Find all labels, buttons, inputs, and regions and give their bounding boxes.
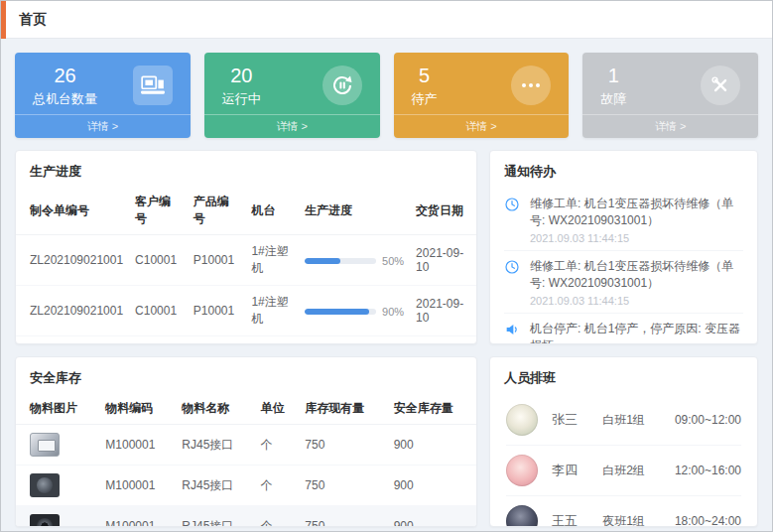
staff-name: 李四 [552,462,602,479]
notice-content: 维修工单: 机台1变压器损坏待维修（单号: WX202109031001） 20… [530,196,743,244]
col-material-name: 物料名称 [176,393,254,425]
progress-percent: 90 [382,306,404,318]
detail-link[interactable]: 详情 > [582,114,758,138]
stat-card-pending[interactable]: 5 待产 详情 > [394,53,570,138]
stat-info: 5 待产 [412,64,438,108]
stat-label: 运行中 [222,90,261,108]
col-on-hand: 库存现有量 [299,393,387,425]
staff-name: 张三 [552,411,602,429]
page-title: 首页 [19,11,47,29]
notice-time: 2021.09.03 11:44:15 [530,232,743,244]
notice-text: 维修工单: 机台1变压器损坏待维修（单号: WX202109031001） [530,258,743,293]
avatar [506,505,538,527]
panel-title: 人员排班 [490,357,757,393]
staff-name: 王五 [552,512,602,527]
cell-material-image [16,466,99,506]
table-row: M100001 RJ45接口 个 750 900 [16,466,476,506]
cell-product-no: P10001 [188,235,246,286]
col-date: 交货日期 [410,187,476,235]
progress-bar [305,309,376,315]
col-customer-no: 客户编号 [129,187,188,235]
stat-label: 总机台数量 [33,90,97,108]
inventory-table: 物料图片 物料编码 物料名称 单位 库存现有量 安全库存量 M100001 R [16,393,476,527]
cell-date: 2021-09-10 [410,336,476,345]
cell-unit: 个 [255,425,300,466]
notice-list: 维修工单: 机台1变压器损坏待维修（单号: WX202109031001） 20… [490,187,757,344]
notice-text: 维修工单: 机台1变压器损坏待维修（单号: WX202109031001） [530,196,743,230]
cell-unit: 个 [255,506,300,528]
stat-label: 待产 [412,90,438,108]
col-unit: 单位 [255,393,300,425]
cell-material-image [16,506,99,528]
staff-schedule-panel: 人员排班 张三 白班1组 09:00~12:00 李四 白班2组 12:00~1… [489,356,758,527]
cell-order-no: ZL202109021001 [16,336,129,345]
bottom-row: 安全库存 物料图片 物料编码 物料名称 单位 库存现有量 安全库存量 [15,356,758,527]
staff-shift: 白班2组 [602,463,675,479]
panel-title: 安全库存 [16,357,476,393]
notice-item[interactable]: 维修工单: 机台1变压器损坏待维修（单号: WX202109031001） 20… [504,189,743,251]
stat-card-total-machines[interactable]: 26 总机台数量 详情 > [15,53,191,138]
table-header-row: 物料图片 物料编码 物料名称 单位 库存现有量 安全库存量 [16,393,476,425]
staff-time: 09:00~12:00 [675,413,741,427]
stat-card-body: 26 总机台数量 [15,53,191,114]
table-row: ZL202109021001 C10001 P10001 1#注塑机 50 20… [16,235,476,286]
stat-info: 20 运行中 [222,64,261,108]
stat-card-body: 20 运行中 [204,53,380,114]
stat-card-body: 5 待产 [394,53,570,114]
stat-info: 26 总机台数量 [33,64,97,108]
staff-time: 12:00~16:00 [675,464,741,477]
left-accent-strip [1,1,6,39]
stat-value: 1 [600,64,626,87]
col-order-no: 制令单编号 [16,187,129,235]
clock-icon [504,196,522,244]
production-progress-panel: 生产进度 制令单编号 客户编号 产品编号 机台 生产进度 交货日期 [15,150,477,344]
cell-progress: 90 [299,286,410,336]
cell-machine: 1#注塑机 [245,336,299,345]
col-material-image: 物料图片 [16,393,99,425]
content: 26 总机台数量 详情 > [1,39,772,527]
cell-order-no: ZL202109021001 [16,235,129,286]
staff-time: 18:00~24:00 [675,514,741,527]
cell-customer-no: C10001 [129,235,188,286]
cell-safety-qty: 900 [388,466,476,506]
table-row: M100001 RJ45接口 个 750 900 [16,506,476,528]
speaker-icon [504,321,522,344]
stat-card-body: 1 故障 [582,53,758,114]
round-connector-photo [30,473,60,497]
stat-cards: 26 总机台数量 详情 > [15,53,758,138]
col-safety-qty: 安全库存量 [388,393,476,425]
cell-material-name: RJ45接口 [176,506,254,528]
progress-bar [305,258,376,264]
cell-date: 2021-09-10 [410,286,476,336]
notice-item[interactable]: 维修工单: 机台1变压器损坏待维修（单号: WX202109031001） 20… [504,251,743,314]
speaker-photo [30,514,60,527]
notice-item[interactable]: 机台停产: 机台1停产，停产原因: 变压器损坏 2021.09.03 11:44… [504,314,743,344]
stat-value: 26 [33,64,97,87]
cell-progress: 50 [299,336,410,345]
notice-time: 2021.09.03 11:44:15 [530,295,743,307]
production-table: 制令单编号 客户编号 产品编号 机台 生产进度 交货日期 ZL202109021… [16,187,476,344]
cell-customer-no: C10001 [129,336,188,345]
cell-date: 2021-09-10 [410,235,476,286]
schedule-list: 张三 白班1组 09:00~12:00 李四 白班2组 12:00~16:00 … [490,393,757,527]
detail-link[interactable]: 详情 > [204,114,380,138]
cell-progress: 50 [299,235,410,286]
table-row: ZL202109021001 C10001 P10001 1#注塑机 90 20… [16,286,476,336]
cell-material-image [16,425,99,466]
cell-safety-qty: 900 [388,425,476,466]
fault-tools-icon [701,66,740,105]
stat-label: 故障 [600,90,626,108]
cell-machine: 1#注塑机 [245,286,299,336]
detail-link[interactable]: 详情 > [15,114,191,138]
cell-material-name: RJ45接口 [176,466,254,506]
stat-card-fault[interactable]: 1 故障 详情 > [582,53,758,138]
notice-content: 机台停产: 机台1停产，停产原因: 变压器损坏 2021.09.03 11:44… [530,321,743,344]
stat-info: 1 故障 [600,64,626,108]
col-product-no: 产品编号 [188,187,246,235]
cell-safety-qty: 900 [388,506,476,528]
staff-shift: 夜班1组 [602,513,675,528]
cell-material-code: M100001 [99,425,176,466]
detail-link[interactable]: 详情 > [394,114,570,138]
cell-product-no: P10001 [188,336,246,345]
stat-card-running[interactable]: 20 运行中 详情 > [204,53,380,138]
